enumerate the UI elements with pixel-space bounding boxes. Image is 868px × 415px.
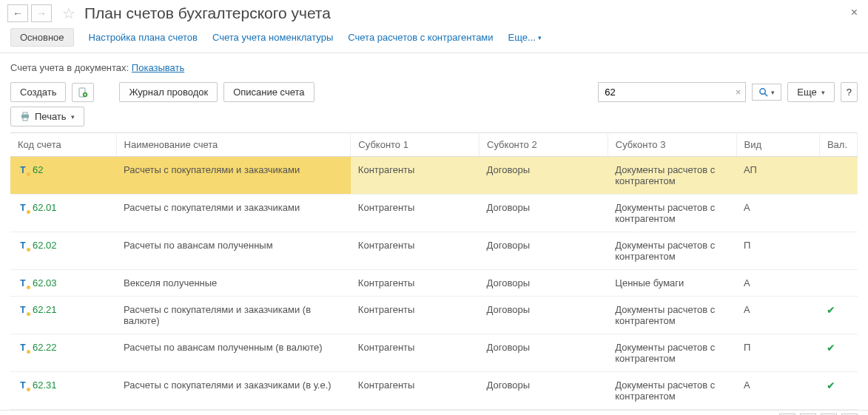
chevron-down-icon: ▾	[821, 89, 825, 96]
t-account-icon: T	[18, 305, 28, 315]
more-button[interactable]: Еще ▾	[787, 82, 834, 102]
nav-forward-button[interactable]: →	[31, 4, 52, 22]
cell-sub3: Документы расчетов с контрагентом	[608, 334, 736, 372]
cell-sub1: Контрагенты	[351, 372, 480, 410]
cell-name: Расчеты с покупателями и заказчиками	[116, 157, 351, 195]
accounts-table: Код счета Наименование счета Субконто 1 …	[10, 132, 858, 410]
cell-sub2: Договоры	[480, 270, 608, 297]
nav-back-button[interactable]: ←	[7, 4, 28, 22]
cell-type: А	[736, 270, 819, 297]
infoline-label: Счета учета в документах:	[10, 62, 129, 73]
accounts-in-documents-line: Счета учета в документах: Показывать	[0, 53, 868, 78]
cell-sub3: Документы расчетов с контрагентом	[608, 157, 736, 195]
tab-more-menu[interactable]: Еще... ▾	[508, 32, 542, 43]
cell-sub1: Контрагенты	[351, 270, 480, 297]
cell-sub2: Договоры	[480, 372, 608, 410]
cell-sub3: Документы расчетов с контрагентом	[608, 372, 736, 410]
cell-name: Расчеты по авансам полученным (в валюте)	[116, 334, 351, 372]
search-button[interactable]: ▾	[752, 84, 781, 101]
cell-sub3: Документы расчетов с контрагентом	[608, 195, 736, 232]
col-header-code[interactable]: Код счета	[10, 133, 116, 157]
cell-sub1: Контрагенты	[351, 297, 480, 334]
help-button[interactable]: ?	[841, 82, 858, 102]
create-copy-button[interactable]	[72, 83, 94, 102]
cell-code: T62.22	[10, 334, 116, 372]
col-header-sub2[interactable]: Субконто 2	[480, 133, 608, 157]
col-header-sub1[interactable]: Субконто 1	[351, 133, 480, 157]
cell-type: АП	[736, 157, 819, 195]
cell-name: Расчеты по авансам полученным	[116, 232, 351, 270]
tab-counterparty-accounts[interactable]: Счета расчетов с контрагентами	[348, 32, 493, 43]
cell-sub2: Договоры	[480, 195, 608, 232]
printer-icon	[20, 112, 30, 121]
cell-type: П	[736, 232, 819, 270]
close-icon[interactable]: ×	[851, 6, 858, 19]
cell-sub3: Документы расчетов с контрагентом	[608, 297, 736, 334]
check-icon: ✔	[827, 304, 835, 316]
magnifier-icon	[758, 87, 768, 97]
cell-val: ✔	[819, 334, 857, 372]
cell-val: ✔	[819, 372, 857, 410]
cell-val	[819, 270, 857, 297]
chevron-down-icon: ▾	[771, 89, 775, 96]
cell-name: Векселя полученные	[116, 270, 351, 297]
cell-type: А	[736, 297, 819, 334]
table-row[interactable]: T62.02Расчеты по авансам полученнымКонтр…	[10, 232, 858, 270]
tabs-bar: Основное Настройка плана счетов Счета уч…	[0, 25, 868, 53]
tab-more-label: Еще...	[508, 32, 536, 43]
table-row[interactable]: T62.01Расчеты с покупателями и заказчика…	[10, 195, 858, 232]
search-input-wrap: ×	[598, 82, 746, 102]
col-header-name[interactable]: Наименование счета	[116, 133, 351, 157]
col-header-sub3[interactable]: Субконто 3	[608, 133, 736, 157]
print-button-label: Печать	[35, 111, 67, 122]
cell-type: А	[736, 372, 819, 410]
journal-button[interactable]: Журнал проводок	[119, 82, 218, 102]
table-row[interactable]: T62Расчеты с покупателями и заказчикамиК…	[10, 157, 858, 195]
t-account-icon: T	[18, 380, 28, 391]
tab-main[interactable]: Основное	[10, 28, 74, 47]
col-header-type[interactable]: Вид	[736, 133, 819, 157]
cell-code: T62.03	[10, 270, 116, 297]
cell-sub2: Договоры	[480, 157, 608, 195]
table-row[interactable]: T62.31Расчеты с покупателями и заказчика…	[10, 372, 858, 410]
t-account-icon: T	[18, 343, 28, 353]
cell-name: Расчеты с покупателями и заказчиками	[116, 195, 351, 232]
cell-type: П	[736, 334, 819, 372]
col-header-val[interactable]: Вал.	[819, 133, 857, 157]
t-account-icon: T	[18, 278, 28, 289]
infoline-value-link[interactable]: Показывать	[132, 62, 184, 73]
svg-rect-6	[23, 118, 27, 121]
describe-account-button[interactable]: Описание счета	[223, 82, 314, 102]
search-input[interactable]	[603, 86, 730, 98]
tab-plan-settings[interactable]: Настройка плана счетов	[89, 32, 198, 43]
print-button[interactable]: Печать ▾	[10, 107, 84, 126]
search-clear-icon[interactable]: ×	[736, 87, 741, 98]
t-account-icon: T	[18, 240, 28, 251]
table-row[interactable]: T62.03Векселя полученныеКонтрагентыДогов…	[10, 270, 858, 297]
document-plus-icon	[78, 87, 88, 98]
svg-point-2	[760, 89, 765, 94]
cell-sub1: Контрагенты	[351, 232, 480, 270]
cell-code: T62.02	[10, 232, 116, 270]
t-account-icon: T	[18, 165, 28, 175]
table-header-row: Код счета Наименование счета Субконто 1 …	[10, 133, 858, 157]
chevron-down-icon: ▾	[71, 113, 75, 121]
table-row[interactable]: T62.22Расчеты по авансам полученным (в в…	[10, 334, 858, 372]
cell-val	[819, 195, 857, 232]
cell-sub2: Договоры	[480, 297, 608, 334]
cell-sub2: Договоры	[480, 334, 608, 372]
favorite-star-icon[interactable]: ☆	[61, 5, 77, 21]
tab-nomenclature-accounts[interactable]: Счета учета номенклатуры	[212, 32, 333, 43]
cell-code: T62.21	[10, 297, 116, 334]
more-button-label: Еще	[797, 87, 816, 98]
cell-name: Расчеты с покупателями и заказчиками (в …	[116, 297, 351, 334]
cell-val: ✔	[819, 297, 857, 334]
t-account-icon: T	[18, 203, 28, 213]
table-row[interactable]: T62.21Расчеты с покупателями и заказчика…	[10, 297, 858, 334]
cell-val	[819, 232, 857, 270]
create-button[interactable]: Создать	[10, 82, 66, 102]
cell-val	[819, 157, 857, 195]
cell-sub2: Договоры	[480, 232, 608, 270]
cell-type: А	[736, 195, 819, 232]
cell-sub1: Контрагенты	[351, 157, 480, 195]
